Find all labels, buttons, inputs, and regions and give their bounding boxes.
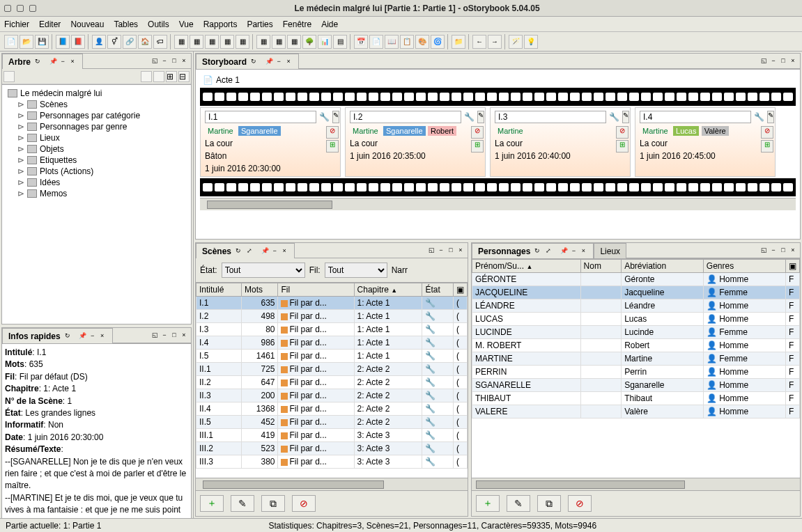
location-icon[interactable]: 🏠 <box>138 35 152 49</box>
open-file-icon[interactable]: 📂 <box>20 35 33 49</box>
table-row[interactable]: II.5452Fil par d...2: Acte 2🔧( <box>196 416 468 429</box>
x6-icon[interactable]: × <box>579 247 587 256</box>
min2-icon[interactable]: − <box>160 57 169 65</box>
paint-icon[interactable]: 🎨 <box>415 35 429 49</box>
refresh4-icon[interactable]: ↻ <box>249 58 258 66</box>
float5-icon[interactable]: ◱ <box>427 247 435 255</box>
pin5-icon[interactable]: 📌 <box>261 247 269 256</box>
tree-item[interactable]: ⊳Personnages par genre <box>5 121 188 132</box>
char-tag[interactable]: Lucas <box>673 126 699 136</box>
col-header[interactable]: Mots <box>242 283 278 297</box>
info-panel-tab[interactable]: Infos rapides ↻ 📌 − × <box>2 328 113 343</box>
scene-card[interactable]: 🔧✎MartineLa cour1 juin 2016 20:40:00⊘⊞ <box>490 107 631 177</box>
wrench-icon[interactable]: 🔧 <box>319 112 330 122</box>
expand-icon[interactable]: ⊳ <box>17 155 24 165</box>
char-tag[interactable]: Sganarelle <box>238 126 281 136</box>
wrench-icon[interactable]: 🔧 <box>464 112 475 122</box>
scene-card[interactable]: 🔧✎Martine Sganarelle RobertLa cour1 juin… <box>345 107 486 177</box>
add-button[interactable]: ＋ <box>200 495 224 512</box>
col-header[interactable]: État <box>422 283 454 297</box>
noentry-icon[interactable]: ⊘ <box>326 126 339 139</box>
menu-tables[interactable]: Tables <box>114 19 138 29</box>
table4-icon[interactable]: ▦ <box>220 35 234 49</box>
close-icon[interactable] <box>4 5 11 12</box>
col-header[interactable]: Chapitre ▲ <box>354 283 422 297</box>
lieux-tab[interactable]: Lieux <box>594 243 626 258</box>
table-row[interactable]: JACQUELINEJacqueline👤 FemmeF <box>472 286 800 299</box>
col-header[interactable]: Abréviation <box>622 260 704 273</box>
fil-select[interactable]: Tout <box>325 263 387 278</box>
table-row[interactable]: MARTINEMartine👤 FemmeF <box>472 352 800 366</box>
storyboard-tab[interactable]: Storyboard ↻ 📌 − × <box>196 54 299 69</box>
forward-icon[interactable]: → <box>488 35 502 49</box>
table-row[interactable]: I.380Fil par d...1: Acte 1🔧( <box>196 323 468 336</box>
char-tag[interactable]: Martine <box>640 126 671 136</box>
col-header[interactable]: Nom <box>580 260 622 273</box>
org-icon[interactable]: ▤ <box>333 35 347 49</box>
table-row[interactable]: SGANARELLESganarelle👤 HommeF <box>472 379 800 392</box>
scene-id-input[interactable] <box>350 111 461 123</box>
tree-item[interactable]: ⊳Lieux <box>5 132 188 143</box>
grid2-icon[interactable]: ▦ <box>272 35 286 49</box>
minus6-icon[interactable]: − <box>569 247 578 256</box>
tag-icon[interactable]: 🏷 <box>153 35 167 49</box>
table1-icon[interactable]: ▦ <box>174 35 188 49</box>
person-icon[interactable]: 👤 <box>92 35 106 49</box>
back-icon[interactable]: ← <box>472 35 486 49</box>
chart-icon[interactable]: 📊 <box>318 35 332 49</box>
table-row[interactable]: LUCINDELucinde👤 FemmeF <box>472 326 800 339</box>
addsq-icon[interactable]: ⊞ <box>326 140 339 152</box>
etat-select[interactable]: Tout <box>222 263 305 278</box>
tree-item[interactable]: ⊳Memos <box>5 188 188 199</box>
addsq-icon[interactable]: ⊞ <box>471 140 484 152</box>
float6-icon[interactable]: ◱ <box>759 247 768 255</box>
min3-icon[interactable]: − <box>160 331 169 340</box>
minimize-icon[interactable] <box>17 5 24 12</box>
char-tag[interactable]: Martine <box>205 126 236 136</box>
add2-button[interactable]: ＋ <box>476 495 500 512</box>
minus-icon[interactable]: − <box>59 58 67 66</box>
save-icon[interactable]: 💾 <box>35 35 49 49</box>
expand-icon[interactable]: ⊳ <box>17 178 24 187</box>
table-row[interactable]: M. ROBERTRobert👤 HommeF <box>472 339 800 352</box>
tree-item[interactable]: ⊳Etiquettes <box>5 155 188 166</box>
tree-item[interactable]: ⊳Personnages par catégorie <box>5 110 188 121</box>
expand-icon[interactable]: ⊳ <box>17 133 24 143</box>
bulb-icon[interactable]: 💡 <box>524 35 538 49</box>
table-row[interactable]: PERRINPerrin👤 HommeF <box>472 366 800 379</box>
close2-icon[interactable]: × <box>180 57 188 65</box>
table-row[interactable]: II.2647Fil par d...2: Acte 2🔧( <box>196 376 468 389</box>
expand-icon[interactable]: ⊳ <box>17 144 24 154</box>
edit-scene-icon[interactable]: ✎ <box>767 111 774 123</box>
x-icon[interactable]: × <box>68 58 77 66</box>
menu-fenêtre[interactable]: Fenêtre <box>283 19 311 29</box>
table-row[interactable]: III.3380Fil par d...3: Acte 3🔧( <box>196 455 468 469</box>
table-row[interactable]: II.41368Fil par d...2: Acte 2🔧( <box>196 402 468 416</box>
tree-collapse-icon[interactable]: ⊟ <box>178 71 190 82</box>
spiral-icon[interactable]: 🌀 <box>431 35 445 49</box>
min5-icon[interactable]: − <box>437 247 445 255</box>
refresh-icon[interactable]: ↻ <box>33 58 42 66</box>
copy2-button[interactable]: ⧉ <box>537 495 561 512</box>
expand-icon[interactable]: ⊳ <box>17 189 24 198</box>
scenes-scrollbar[interactable] <box>196 478 468 490</box>
tree-panel-tab[interactable]: Arbre ↻ 📌 − × <box>2 54 83 69</box>
table-row[interactable]: III.2523Fil par d...3: Acte 3🔧( <box>196 442 468 455</box>
relation-icon[interactable]: 🔗 <box>123 35 137 49</box>
max3-icon[interactable]: □ <box>170 331 178 340</box>
min4-icon[interactable]: − <box>769 57 778 65</box>
char-tag[interactable]: Martine <box>495 126 526 136</box>
close6-icon[interactable]: × <box>789 247 797 255</box>
min6-icon[interactable]: − <box>769 247 778 255</box>
float4-icon[interactable]: ◱ <box>759 57 768 65</box>
table5-icon[interactable]: ▦ <box>236 35 249 49</box>
tree-tbtn3[interactable] <box>153 71 164 82</box>
delete-button[interactable]: ⊘ <box>292 495 316 512</box>
scene-id-input[interactable] <box>205 111 316 123</box>
book2-icon[interactable]: 📖 <box>385 35 399 49</box>
new-file-icon[interactable]: 📄 <box>4 35 18 49</box>
minus5-icon[interactable]: − <box>270 247 279 256</box>
edit2-button[interactable]: ✎ <box>507 495 530 512</box>
edit-button[interactable]: ✎ <box>231 495 254 512</box>
max4-icon[interactable]: □ <box>779 57 787 65</box>
